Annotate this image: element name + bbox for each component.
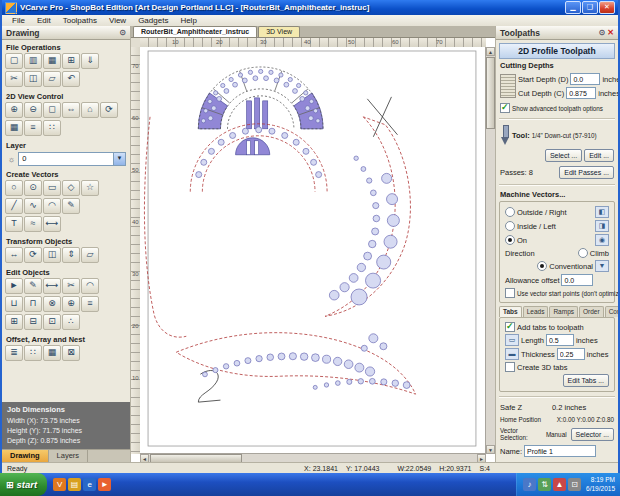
array-copy-icon[interactable]: ∷ (24, 345, 42, 361)
refresh-icon[interactable]: ⟳ (100, 102, 118, 118)
snap-move-icon[interactable]: ⊡ (43, 314, 61, 330)
minimize-button[interactable]: ▁ (565, 1, 581, 14)
zoom-window-icon[interactable]: ◻ (43, 102, 61, 118)
join-icon[interactable]: ⊕ (62, 296, 80, 312)
node-edit-icon[interactable]: ✎ (24, 278, 42, 294)
subtract-icon[interactable]: ⊓ (24, 296, 42, 312)
radio-conventional[interactable] (537, 261, 547, 271)
tab-thickness-input[interactable] (557, 348, 585, 360)
edit-tabs-button[interactable]: Edit Tabs ... (563, 374, 609, 387)
tab-document[interactable]: RouterBit_Amphitheater_instruc (133, 26, 257, 37)
curve-tool-icon[interactable]: ∿ (24, 198, 42, 214)
paste-icon[interactable]: ▱ (43, 71, 61, 87)
menu-file[interactable]: File (6, 16, 31, 25)
tab-order[interactable]: Order (579, 306, 604, 317)
menu-gadgets[interactable]: Gadgets (132, 16, 174, 25)
freehand-tool-icon[interactable]: ✎ (62, 198, 80, 214)
update-tray-icon[interactable]: ⊡ (568, 478, 581, 491)
tab-3d-view[interactable]: 3D View (258, 26, 300, 37)
radio-outside-right[interactable] (505, 207, 515, 217)
menu-view[interactable]: View (103, 16, 132, 25)
save-icon[interactable]: ▦ (43, 53, 61, 69)
vector-start-points-checkbox[interactable] (505, 288, 515, 298)
start-depth-input[interactable] (570, 73, 600, 85)
toolpath-name-input[interactable] (524, 445, 596, 457)
measure-icon[interactable]: ⟷ (43, 278, 61, 294)
pan-icon[interactable]: ⇔ (62, 102, 80, 118)
new-file-icon[interactable]: ▢ (5, 53, 23, 69)
vcarve-taskbar-icon[interactable]: V (53, 478, 66, 491)
tool-select-button[interactable]: Select ... (545, 149, 582, 162)
vertical-scroll-thumb[interactable] (486, 57, 495, 129)
edit-passes-button[interactable]: Edit Passes ... (559, 166, 614, 179)
zoom-extents-icon[interactable]: ⌂ (81, 102, 99, 118)
tab-leads[interactable]: Leads (523, 306, 549, 317)
pin-icon[interactable]: ⊙ (599, 28, 606, 37)
add-tabs-checkbox[interactable] (505, 322, 515, 332)
offset-icon[interactable]: ≣ (5, 345, 23, 361)
weld-icon[interactable]: ⊔ (5, 296, 23, 312)
zoom-in-icon[interactable]: ⊕ (5, 102, 23, 118)
star-tool-icon[interactable]: ☆ (81, 180, 99, 196)
close-button[interactable]: ✕ (599, 1, 615, 14)
allowance-offset-input[interactable] (561, 274, 593, 286)
network-tray-icon[interactable]: ⇅ (538, 478, 551, 491)
trim-icon[interactable]: ✂ (62, 278, 80, 294)
vertical-scrollbar[interactable]: ▲ ▼ (485, 47, 495, 454)
open-file-icon[interactable]: ▥ (24, 53, 42, 69)
line-tool-icon[interactable]: ╱ (5, 198, 23, 214)
scroll-up-icon[interactable]: ▲ (486, 47, 495, 56)
advanced-options-checkbox[interactable] (500, 103, 510, 113)
undo-icon[interactable]: ↶ (62, 71, 80, 87)
intersect-icon[interactable]: ⊗ (43, 296, 61, 312)
ruler-toggle-icon[interactable]: ∷ (43, 120, 61, 136)
pin-icon[interactable]: ⊙ (119, 28, 126, 37)
radio-on[interactable] (505, 235, 515, 245)
polygon-tool-icon[interactable]: ◇ (62, 180, 80, 196)
text-tool-icon[interactable]: T (5, 216, 23, 232)
select-icon[interactable]: ► (5, 278, 23, 294)
move-icon[interactable]: ↔ (5, 247, 23, 263)
align-icon[interactable]: ⊞ (5, 314, 23, 330)
layer-visibility-icon[interactable]: ☼ (8, 155, 15, 164)
import-icon[interactable]: ⇓ (81, 53, 99, 69)
explorer-taskbar-icon[interactable]: ▤ (68, 478, 81, 491)
menu-edit[interactable]: Edit (31, 16, 57, 25)
browser-taskbar-icon[interactable]: e (83, 478, 96, 491)
scale-icon[interactable]: ⇕ (62, 247, 80, 263)
maximize-button[interactable]: ❑ (582, 1, 598, 14)
cleanup-icon[interactable]: ∴ (62, 314, 80, 330)
tab-ramps[interactable]: Ramps (549, 306, 578, 317)
radio-climb[interactable] (578, 248, 588, 258)
mirror-icon[interactable]: ◫ (43, 247, 61, 263)
dimension-tool-icon[interactable]: ⟷ (43, 216, 61, 232)
taskbar-clock[interactable]: 8:19 PM 6/19/2015 (586, 476, 615, 492)
start-button[interactable]: ⊞ start (0, 473, 47, 496)
selector-button[interactable]: Selector ... (571, 428, 614, 441)
shield-tray-icon[interactable]: ▲ (553, 478, 566, 491)
print-icon[interactable]: ⊞ (62, 53, 80, 69)
group-icon[interactable]: ≡ (81, 296, 99, 312)
guides-icon[interactable]: ≡ (24, 120, 42, 136)
radio-inside-left[interactable] (505, 221, 515, 231)
arc-tool-icon[interactable]: ◠ (43, 198, 61, 214)
tab-length-input[interactable] (546, 334, 574, 346)
zoom-out-icon[interactable]: ⊖ (24, 102, 42, 118)
ellipse-tool-icon[interactable]: ⊙ (24, 180, 42, 196)
tab-tabs[interactable]: Tabs (499, 306, 522, 317)
distort-icon[interactable]: ▱ (81, 247, 99, 263)
cut-icon[interactable]: ✂ (5, 71, 23, 87)
menu-toolpaths[interactable]: Toolpaths (57, 16, 103, 25)
tab-corners[interactable]: Corners (605, 306, 618, 317)
rotate-icon[interactable]: ⟳ (24, 247, 42, 263)
distribute-icon[interactable]: ⊟ (24, 314, 42, 330)
chevron-down-icon[interactable]: ▼ (595, 260, 609, 272)
volume-tray-icon[interactable]: ♪ (523, 478, 536, 491)
text-on-curve-icon[interactable]: ≈ (24, 216, 42, 232)
circle-tool-icon[interactable]: ○ (5, 180, 23, 196)
drawing-canvas[interactable] (140, 47, 486, 454)
close-panel-icon[interactable]: ✕ (607, 28, 614, 37)
snap-grid-icon[interactable]: ▦ (5, 120, 23, 136)
block-array-icon[interactable]: ▦ (43, 345, 61, 361)
menu-help[interactable]: Help (174, 16, 202, 25)
